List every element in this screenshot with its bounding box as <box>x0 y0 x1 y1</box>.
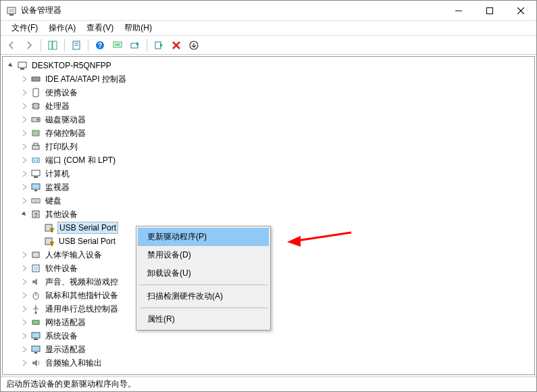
warning-device-icon: ! <box>44 236 55 247</box>
menu-action[interactable]: 操作(A) <box>43 21 81 35</box>
tree-category-other[interactable]: ?其他设备 <box>5 207 532 221</box>
context-properties[interactable]: 属性(R) <box>138 310 269 328</box>
svg-rect-41 <box>34 190 37 191</box>
scan-hardware-button[interactable] <box>109 38 126 53</box>
chevron-right-icon[interactable] <box>20 318 29 327</box>
device-manager-window: 设备管理器 文件(F) 操作(A) 查看(V) 帮助(H) ? <box>0 0 537 392</box>
chevron-right-icon[interactable] <box>20 291 29 300</box>
chevron-right-icon[interactable] <box>20 182 29 192</box>
tree-category[interactable]: 监视器 <box>5 180 532 194</box>
tree-category[interactable]: 音频输入和输出 <box>5 356 532 370</box>
audio-icon <box>30 358 41 368</box>
toolbar-separator <box>88 39 88 51</box>
chevron-right-icon[interactable] <box>20 358 29 368</box>
statusbar: 启动所选设备的更新驱动程序向导。 <box>1 376 536 391</box>
storage-icon <box>30 128 41 139</box>
back-button[interactable] <box>3 38 20 53</box>
properties-button[interactable] <box>68 38 84 53</box>
maximize-button[interactable] <box>474 1 505 21</box>
context-scan-hardware[interactable]: 扫描检测硬件改动(A) <box>138 287 269 305</box>
context-separator <box>139 285 267 285</box>
svg-rect-2 <box>9 9 14 12</box>
chevron-right-icon[interactable] <box>20 142 29 151</box>
tree-category[interactable]: 便携设备 <box>5 86 532 99</box>
chevron-right-icon[interactable] <box>20 169 29 178</box>
tree-category[interactable]: 存储控制器 <box>5 126 532 140</box>
enable-button[interactable] <box>151 38 167 53</box>
svg-rect-51 <box>32 252 39 258</box>
chevron-right-icon[interactable] <box>20 128 29 138</box>
warning-device-icon: ! <box>44 222 55 233</box>
tree-category[interactable]: 打印队列 <box>5 140 532 153</box>
svg-rect-58 <box>32 333 40 338</box>
context-disable[interactable]: 禁用设备(D) <box>138 246 269 264</box>
chevron-right-icon[interactable] <box>20 155 29 165</box>
app-icon <box>6 5 17 16</box>
svg-rect-4 <box>487 7 493 14</box>
svg-rect-21 <box>18 62 26 68</box>
svg-point-31 <box>37 119 39 121</box>
toolbar-separator <box>41 39 41 51</box>
tree-category[interactable]: 处理器 <box>5 99 532 113</box>
tree-root[interactable]: DESKTOP-R5QNFPP <box>5 59 532 72</box>
minimize-button[interactable] <box>443 1 474 21</box>
chevron-right-icon[interactable] <box>20 331 29 341</box>
chevron-right-icon[interactable] <box>20 250 29 260</box>
svg-rect-22 <box>20 68 24 70</box>
tree-category[interactable]: 端口 (COM 和 LPT) <box>5 153 532 167</box>
disable-button[interactable] <box>186 38 202 53</box>
network-icon <box>30 317 41 328</box>
system-icon <box>30 330 41 341</box>
software-icon <box>30 263 41 274</box>
window-controls <box>443 1 536 21</box>
menu-file[interactable]: 文件(F) <box>6 21 43 35</box>
cpu-icon <box>30 101 41 112</box>
context-uninstall[interactable]: 卸载设备(U) <box>138 264 269 283</box>
menu-view[interactable]: 查看(V) <box>81 21 119 35</box>
display-icon <box>30 344 41 355</box>
chevron-right-icon[interactable] <box>20 277 29 287</box>
svg-rect-60 <box>32 346 40 351</box>
tree-category[interactable]: 系统设备 <box>5 329 532 343</box>
forward-button[interactable] <box>21 38 37 53</box>
mouse-icon <box>30 290 41 301</box>
svg-text:!: ! <box>51 228 53 232</box>
tree-category[interactable]: 磁盘驱动器 <box>5 113 532 126</box>
svg-text:!: ! <box>51 241 53 246</box>
tree-category[interactable]: 显示适配器 <box>5 343 532 356</box>
tree-root-label: DESKTOP-R5QNFPP <box>30 60 113 71</box>
svg-rect-35 <box>32 158 39 162</box>
close-button[interactable] <box>505 1 536 21</box>
window-title: 设备管理器 <box>21 5 61 16</box>
tree-category[interactable]: IDE ATA/ATAPI 控制器 <box>5 72 532 86</box>
tree-category[interactable]: 键盘 <box>5 194 532 207</box>
tree-category[interactable]: 计算机 <box>5 167 532 180</box>
chevron-down-icon[interactable] <box>20 210 29 219</box>
svg-rect-24 <box>33 89 39 97</box>
uninstall-button[interactable] <box>168 38 184 53</box>
chevron-right-icon[interactable] <box>20 115 29 124</box>
chevron-right-icon[interactable] <box>20 74 29 84</box>
help-button[interactable]: ? <box>92 38 108 53</box>
usb-icon <box>30 303 41 314</box>
chevron-right-icon[interactable] <box>20 345 29 354</box>
chevron-right-icon[interactable] <box>20 264 29 273</box>
svg-rect-17 <box>155 42 161 49</box>
update-driver-button[interactable] <box>127 38 143 53</box>
svg-rect-8 <box>53 41 57 49</box>
menu-help[interactable]: 帮助(H) <box>119 21 157 35</box>
chevron-right-icon[interactable] <box>20 88 29 97</box>
chevron-right-icon[interactable] <box>20 196 29 205</box>
show-hide-tree-button[interactable] <box>45 38 61 53</box>
port-icon <box>30 155 41 166</box>
annotation-arrow <box>287 230 355 251</box>
chevron-down-icon[interactable] <box>6 61 16 70</box>
svg-rect-7 <box>49 41 52 49</box>
context-separator <box>139 308 267 308</box>
svg-line-62 <box>297 232 351 241</box>
hid-icon <box>30 249 41 260</box>
chevron-right-icon[interactable] <box>20 101 29 111</box>
status-text: 启动所选设备的更新驱动程序向导。 <box>6 378 136 390</box>
context-update-driver[interactable]: 更新驱动程序(P) <box>138 228 269 246</box>
chevron-right-icon[interactable] <box>20 304 29 314</box>
